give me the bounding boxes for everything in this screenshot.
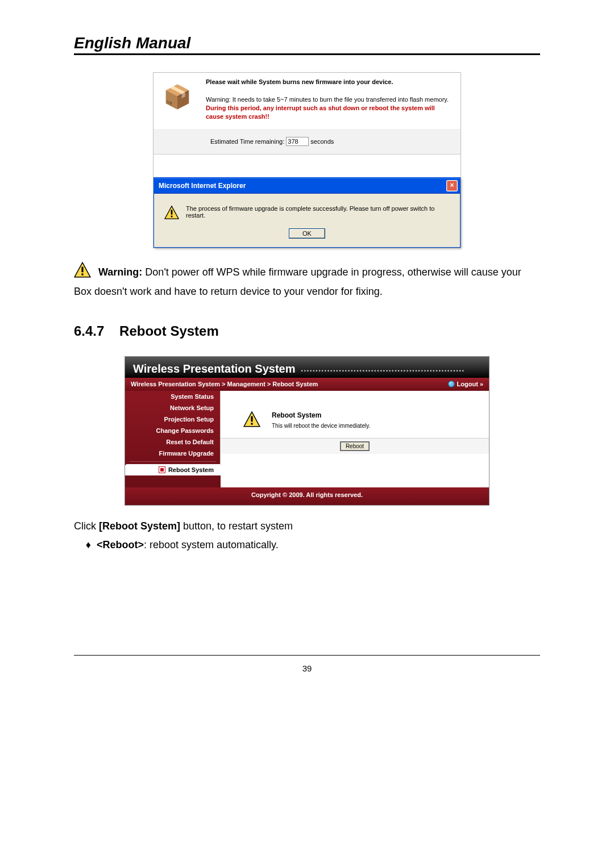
svg-rect-1 [171, 210, 173, 214]
sidebar-item-network-setup[interactable]: Network Setup [125, 402, 221, 414]
wps-footer: Copyright © 2009. All rights reserved. [125, 487, 489, 505]
wps-panel-text: Reboot System This will reboot the devic… [272, 411, 370, 429]
breadcrumb: Wireless Presentation System > Managemen… [131, 381, 318, 387]
warning-icon [164, 205, 179, 220]
wps-body: System Status Network Setup Projection S… [125, 391, 489, 487]
firmware-estimate-row: Estimated Time remaining: seconds [154, 129, 460, 154]
close-icon[interactable]: × [446, 180, 458, 191]
ie-dialog: Microsoft Internet Explorer × The proces… [154, 177, 460, 248]
firmware-warn-pre: Warning: It needs to take 5~7 minutes to… [206, 96, 449, 103]
trailing-line1: Click [Reboot System] button, to restart… [74, 518, 540, 535]
wps-panel: Reboot System This will reboot the devic… [221, 391, 489, 438]
reboot-button[interactable]: Reboot [341, 442, 369, 450]
wps-low-space [221, 465, 489, 482]
section-heading: 6.4.7 Reboot System [74, 323, 540, 339]
sidebar-item-reboot-system[interactable]: Reboot System [125, 464, 221, 475]
trail-bullet-reboot: <Reboot>: reboot system automatically. [97, 537, 540, 553]
trail-l1-bold: [Reboot System] [99, 520, 180, 532]
page-footer: 39 [74, 655, 540, 673]
ie-title-text: Microsoft Internet Explorer [159, 182, 246, 190]
svg-rect-8 [251, 423, 252, 424]
ie-dialog-message: The process of firmware upgrade is compl… [179, 205, 450, 220]
trail-l1-pre: Click [74, 520, 99, 532]
wps-sidebar: System Status Network Setup Projection S… [125, 391, 221, 487]
trail-l1-post: button, to restart system [183, 520, 293, 532]
sidebar-item-projection-setup[interactable]: Projection Setup [125, 414, 221, 425]
banner-dots: ••••••••••••••••••••••••••••••••••••••••… [298, 368, 465, 374]
sidebar-item-reset-to-default[interactable]: Reset to Default [125, 436, 221, 448]
wps-banner-text: Wireless Presentation System [133, 362, 296, 375]
ie-dialog-body: The process of firmware upgrade is compl… [154, 194, 460, 224]
reboot-icon [159, 466, 165, 473]
firmware-warning-text: Warning: It needs to take 5~7 minutes to… [206, 95, 451, 121]
warning-paragraph: Warning: Don't power off WPS while firmw… [74, 262, 540, 301]
warning-icon [74, 262, 91, 283]
firmware-wait-text: Please wait while System burns new firmw… [206, 78, 451, 85]
wps-content: Reboot System This will reboot the devic… [220, 391, 489, 465]
svg-rect-7 [251, 416, 252, 422]
warning-label: Warning: [98, 266, 142, 277]
firmware-spacer [154, 154, 460, 177]
sidebar-item-system-status[interactable]: System Status [125, 391, 221, 402]
page-number: 39 [302, 663, 312, 673]
firmware-top-row: 📦 Please wait while System burns new fir… [154, 73, 460, 129]
wps-button-row: Reboot [221, 438, 489, 454]
firmware-time-input[interactable] [286, 137, 309, 146]
wps-breadcrumb-bar: Wireless Presentation System > Managemen… [125, 378, 489, 391]
logout-label: Logout » [457, 381, 483, 387]
manual-title: English Manual [74, 34, 540, 55]
wps-screenshot: Wireless Presentation System •••••••••••… [125, 356, 489, 506]
firmware-box-icon: 📦 [159, 78, 196, 115]
svg-rect-2 [171, 215, 173, 217]
sidebar-active-label: Reboot System [168, 466, 214, 473]
section-number: 6.4.7 [74, 323, 104, 339]
firmware-screenshot: 📦 Please wait while System burns new fir… [153, 72, 461, 248]
sidebar-item-change-passwords[interactable]: Change Passwords [125, 425, 221, 436]
svg-rect-5 [81, 273, 83, 275]
ie-titlebar: Microsoft Internet Explorer × [154, 178, 460, 194]
firmware-text: Please wait while System burns new firmw… [196, 78, 451, 121]
ok-button[interactable]: OK [289, 229, 325, 238]
trailing-bullets: <Reboot>: reboot system automatically. [97, 537, 540, 553]
firmware-warn-red: During this period, any interrupt such a… [206, 105, 435, 120]
section-title: Reboot System [119, 323, 219, 339]
firmware-est-unit: seconds [310, 138, 334, 145]
wps-main: Reboot System This will reboot the devic… [221, 391, 489, 487]
logout-link[interactable]: Logout » [448, 381, 483, 387]
firmware-est-label: Estimated Time remaining: [210, 138, 286, 145]
svg-rect-4 [81, 266, 83, 272]
ie-button-row: OK [154, 224, 460, 247]
warning-icon [243, 411, 260, 428]
wps-banner: Wireless Presentation System •••••••••••… [125, 357, 489, 378]
logout-icon [448, 381, 455, 387]
trail-bullet-bold: <Reboot> [97, 539, 144, 550]
trailing-text: Click [Reboot System] button, to restart… [74, 518, 540, 553]
trail-bullet-post: : reboot system automatically. [144, 539, 279, 550]
panel-subtitle: This will reboot the device immediately. [272, 423, 370, 429]
sidebar-separator [130, 461, 216, 462]
panel-title: Reboot System [272, 411, 370, 419]
sidebar-item-firmware-upgrade[interactable]: Firmware Upgrade [125, 448, 221, 459]
